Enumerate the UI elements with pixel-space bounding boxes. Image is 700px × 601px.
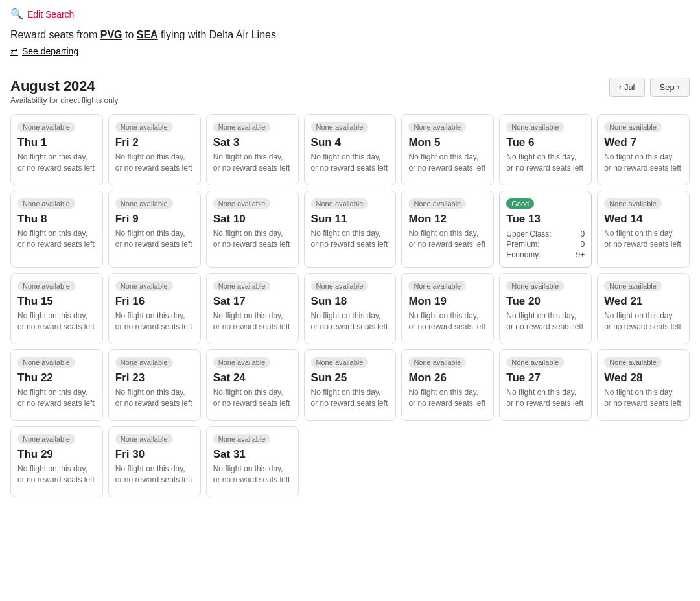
direct-flights-note: Availability for direct flights only <box>10 96 119 105</box>
day-label-tue13: Tue 13 <box>506 213 585 226</box>
see-departing-link[interactable]: ⇄ See departing <box>10 46 690 56</box>
day-card-wed7[interactable]: None availableWed 7No flight on this day… <box>597 114 690 185</box>
spacer-cell <box>401 426 494 497</box>
prev-month-button[interactable]: ‹ Jul <box>609 78 645 97</box>
day-card-mon19[interactable]: None availableMon 19No flight on this da… <box>401 273 494 344</box>
day-label-sat31: Sat 31 <box>213 448 292 461</box>
swap-icon: ⇄ <box>10 46 18 56</box>
day-label-wed21: Wed 21 <box>604 295 682 308</box>
day-card-tue6[interactable]: None availableTue 6No flight on this day… <box>499 114 592 185</box>
day-desc-fri9: No flight on this day, or no reward seat… <box>115 228 194 250</box>
day-label-tue20: Tue 20 <box>506 295 585 308</box>
next-month-button[interactable]: Sep › <box>650 78 690 97</box>
badge-mon5: None available <box>408 122 466 132</box>
badge-mon12: None available <box>408 198 466 209</box>
badge-thu8: None available <box>18 198 75 209</box>
day-card-sun11[interactable]: None availableSun 11No flight on this da… <box>304 191 397 268</box>
day-card-wed28[interactable]: None availableWed 28No flight on this da… <box>597 349 690 421</box>
availability-tue13: Upper Class:0Premium:0Economy:9+ <box>506 230 585 259</box>
day-card-fri16[interactable]: None availableFri 16No flight on this da… <box>108 273 201 344</box>
day-card-sat24[interactable]: None availableSat 24No flight on this da… <box>206 349 299 421</box>
day-label-thu22: Thu 22 <box>18 371 96 384</box>
day-card-wed21[interactable]: None availableWed 21No flight on this da… <box>597 273 690 344</box>
day-label-sat24: Sat 24 <box>213 371 292 384</box>
day-card-mon5[interactable]: None availableMon 5No flight on this day… <box>401 114 494 185</box>
day-desc-sat24: No flight on this day, or no reward seat… <box>213 387 292 409</box>
day-label-thu1: Thu 1 <box>18 136 96 149</box>
prev-month-label: Jul <box>624 82 635 92</box>
day-card-sat31[interactable]: None availableSat 31No flight on this da… <box>206 426 299 497</box>
day-desc-sat31: No flight on this day, or no reward seat… <box>213 464 292 486</box>
badge-tue13: Good <box>506 198 534 209</box>
badge-sat10: None available <box>213 198 271 209</box>
badge-mon26: None available <box>408 357 466 368</box>
badge-sun18: None available <box>311 281 369 291</box>
day-label-fri23: Fri 23 <box>115 371 194 384</box>
day-desc-sat3: No flight on this day, or no reward seat… <box>213 152 292 174</box>
day-card-sun25[interactable]: None availableSun 25No flight on this da… <box>304 349 397 421</box>
day-card-tue27[interactable]: None availableTue 27No flight on this da… <box>499 349 592 421</box>
badge-tue20: None available <box>506 281 564 291</box>
day-label-wed28: Wed 28 <box>604 371 682 384</box>
day-card-thu22[interactable]: None availableThu 22No flight on this da… <box>10 349 103 421</box>
day-desc-thu8: No flight on this day, or no reward seat… <box>18 228 96 250</box>
day-desc-sun18: No flight on this day, or no reward seat… <box>311 311 390 333</box>
month-header: August 2024 Availability for direct flig… <box>10 78 690 105</box>
day-card-sat17[interactable]: None availableSat 17No flight on this da… <box>206 273 299 344</box>
day-card-wed14[interactable]: None availableWed 14No flight on this da… <box>597 191 690 268</box>
day-label-sun4: Sun 4 <box>311 136 390 149</box>
badge-sun25: None available <box>311 357 369 368</box>
badge-mon19: None available <box>408 281 466 291</box>
badge-sat3: None available <box>213 122 271 132</box>
day-card-fri23[interactable]: None availableFri 23No flight on this da… <box>108 349 201 421</box>
day-label-mon12: Mon 12 <box>408 213 487 226</box>
day-desc-thu1: No flight on this day, or no reward seat… <box>18 152 96 174</box>
day-card-tue20[interactable]: None availableTue 20No flight on this da… <box>499 273 592 344</box>
chevron-left-icon: ‹ <box>619 82 622 92</box>
day-card-sun18[interactable]: None availableSun 18No flight on this da… <box>304 273 397 344</box>
day-card-thu15[interactable]: None availableThu 15No flight on this da… <box>10 273 103 344</box>
avail-row: Upper Class:0 <box>506 230 585 239</box>
day-card-fri30[interactable]: None availableFri 30No flight on this da… <box>108 426 201 497</box>
day-card-mon26[interactable]: None availableMon 26No flight on this da… <box>401 349 494 421</box>
day-label-thu29: Thu 29 <box>18 448 96 461</box>
day-label-mon19: Mon 19 <box>408 295 487 308</box>
badge-tue27: None available <box>506 357 564 368</box>
badge-fri23: None available <box>115 357 173 368</box>
day-desc-mon12: No flight on this day, or no reward seat… <box>408 228 487 250</box>
avail-row: Economy:9+ <box>506 250 585 259</box>
day-card-mon12[interactable]: None availableMon 12No flight on this da… <box>401 191 494 268</box>
day-desc-thu29: No flight on this day, or no reward seat… <box>18 464 96 486</box>
day-card-fri2[interactable]: None availableFri 2No flight on this day… <box>108 114 201 185</box>
day-card-tue13[interactable]: GoodTue 13Upper Class:0Premium:0Economy:… <box>499 191 592 268</box>
day-desc-wed14: No flight on this day, or no reward seat… <box>604 228 682 250</box>
day-label-sat3: Sat 3 <box>213 136 292 149</box>
day-desc-mon26: No flight on this day, or no reward seat… <box>408 387 487 409</box>
day-card-thu1[interactable]: None availableThu 1No flight on this day… <box>10 114 103 185</box>
day-card-sat3[interactable]: None availableSat 3No flight on this day… <box>206 114 299 185</box>
day-desc-wed7: No flight on this day, or no reward seat… <box>604 152 682 174</box>
day-desc-mon5: No flight on this day, or no reward seat… <box>408 152 487 174</box>
spacer-cell <box>597 426 690 497</box>
day-desc-sun11: No flight on this day, or no reward seat… <box>311 228 390 250</box>
month-name: August 2024 <box>10 78 119 95</box>
badge-fri16: None available <box>115 281 173 291</box>
month-nav: ‹ Jul Sep › <box>609 78 690 97</box>
day-card-sun4[interactable]: None availableSun 4No flight on this day… <box>304 114 397 185</box>
badge-sun11: None available <box>311 198 369 209</box>
day-desc-tue27: No flight on this day, or no reward seat… <box>506 387 585 409</box>
day-desc-fri30: No flight on this day, or no reward seat… <box>115 464 194 486</box>
day-card-sat10[interactable]: None availableSat 10No flight on this da… <box>206 191 299 268</box>
day-desc-sun4: No flight on this day, or no reward seat… <box>311 152 390 174</box>
day-card-fri9[interactable]: None availableFri 9No flight on this day… <box>108 191 201 268</box>
day-desc-tue6: No flight on this day, or no reward seat… <box>506 152 585 174</box>
edit-search-link[interactable]: 🔍 Edit Search <box>10 8 74 20</box>
badge-thu1: None available <box>18 122 75 132</box>
badge-thu29: None available <box>18 434 75 444</box>
day-label-tue27: Tue 27 <box>506 371 585 384</box>
chevron-right-icon: › <box>677 82 680 92</box>
day-desc-sun25: No flight on this day, or no reward seat… <box>311 387 390 409</box>
day-card-thu8[interactable]: None availableThu 8No flight on this day… <box>10 191 103 268</box>
day-desc-fri2: No flight on this day, or no reward seat… <box>115 152 194 174</box>
day-card-thu29[interactable]: None availableThu 29No flight on this da… <box>10 426 103 497</box>
